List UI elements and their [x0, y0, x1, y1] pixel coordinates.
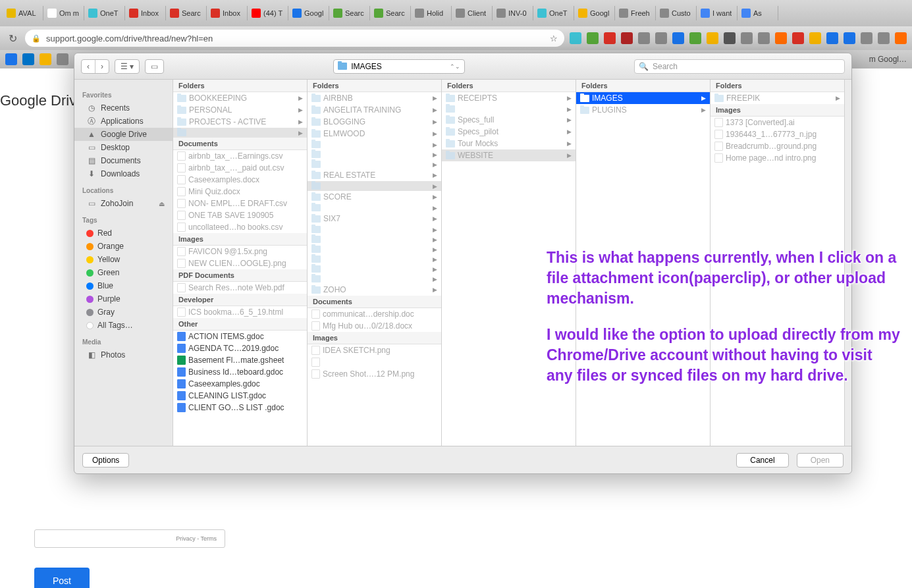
file-item[interactable]: Basement Fl…mate.gsheet — [173, 354, 307, 366]
view-columns-button[interactable]: ☰ ▾ — [115, 60, 139, 73]
sidebar-item[interactable]: Red — [74, 227, 173, 240]
folder-item[interactable]: WEBSITE▶ — [442, 149, 576, 161]
search-input[interactable]: 🔍 Search — [634, 59, 845, 74]
bookmark-icon[interactable] — [40, 53, 51, 65]
sidebar-item[interactable]: ▤Documents — [74, 154, 173, 167]
file-item[interactable]: ONE TAB SAVE 190905 — [173, 209, 307, 221]
folder-item[interactable]: ▶ — [308, 234, 441, 244]
file-item[interactable]: ICS bookma…6_5_19.html — [173, 306, 307, 318]
file-item[interactable]: Business Id…teboard.gdoc — [173, 366, 307, 378]
folder-item[interactable]: ELMWOOD▶ — [308, 128, 441, 140]
browser-tab[interactable]: OneT — [84, 6, 125, 20]
folder-item[interactable]: ▶ — [308, 264, 441, 274]
folder-item[interactable]: ▶ — [308, 159, 441, 169]
folder-item[interactable]: ▶ — [308, 225, 441, 234]
sidebar-item[interactable]: ⒶApplications — [74, 115, 173, 128]
extension-icon[interactable] — [861, 32, 872, 44]
sidebar-item[interactable]: ▭ZohoJoin⏏ — [74, 197, 173, 210]
options-button[interactable]: Options — [82, 453, 129, 468]
file-item[interactable]: Caseexamples.docx — [173, 174, 307, 186]
browser-tab[interactable]: AVAL — [3, 6, 43, 20]
folder-item[interactable]: ▶ — [308, 140, 441, 149]
post-button[interactable]: Post — [34, 568, 90, 588]
sidebar-item[interactable]: Green — [74, 266, 173, 279]
folder-item[interactable]: Specs_full▶ — [442, 114, 576, 126]
browser-tab[interactable]: Client — [452, 6, 493, 20]
sidebar-item[interactable]: Orange — [74, 240, 173, 253]
eject-icon[interactable]: ⏏ — [159, 200, 165, 207]
sidebar-item[interactable]: Gray — [74, 306, 173, 319]
folder-item[interactable]: ▶ — [173, 128, 307, 138]
file-item[interactable]: Mfg Hub ou…0/2/18.docx — [308, 320, 441, 332]
extension-icon[interactable] — [638, 32, 650, 44]
extension-icon[interactable] — [707, 32, 718, 44]
folder-item[interactable]: PROJECTS - ACTIVE▶ — [173, 116, 307, 128]
folder-item[interactable]: ▶ — [308, 244, 441, 254]
browser-tab[interactable]: Googl — [288, 6, 329, 20]
file-item[interactable]: Screen Shot….12 PM.png — [308, 368, 441, 380]
sidebar-item[interactable]: ▲Google Drive — [74, 128, 173, 141]
sidebar-item[interactable]: ⬇Downloads — [74, 167, 173, 180]
extension-icon[interactable] — [741, 32, 753, 44]
sidebar-item[interactable]: Yellow — [74, 253, 173, 266]
extension-icon[interactable] — [570, 32, 581, 44]
file-item[interactable]: Mini Quiz.docx — [173, 186, 307, 198]
folder-item[interactable]: FREEPIK▶ — [711, 92, 844, 104]
file-item[interactable]: CLEANING LIST.gdoc — [173, 390, 307, 402]
url-box[interactable]: 🔒 support.google.com/drive/thread/new?hl… — [25, 30, 564, 47]
sidebar-item[interactable]: Purple — [74, 292, 173, 306]
file-item[interactable]: airbnb_tax_…Earnings.csv — [173, 150, 307, 162]
file-item[interactable]: uncollateed…ho books.csv — [173, 221, 307, 233]
browser-tab[interactable]: Searc — [329, 6, 370, 20]
file-item[interactable]: Caseexamples.gdoc — [173, 378, 307, 390]
file-item[interactable]: NON- EMPL…E DRAFT.csv — [173, 198, 307, 209]
extension-icon[interactable] — [621, 32, 633, 44]
browser-tab[interactable]: Searc — [166, 6, 207, 20]
folder-item[interactable]: BLOGGING▶ — [308, 116, 441, 128]
extension-icon[interactable] — [587, 32, 599, 44]
file-item[interactable]: Home page…nd intro.png — [711, 152, 844, 164]
path-dropdown[interactable]: IMAGES ⌃⌄ — [333, 59, 465, 74]
extension-icon[interactable] — [724, 32, 736, 44]
reload-button[interactable]: ↻ — [5, 31, 20, 45]
sidebar-item[interactable]: Blue — [74, 279, 173, 292]
browser-tab[interactable]: Searc — [370, 6, 411, 20]
bookmark-icon[interactable] — [57, 53, 68, 65]
folder-item[interactable]: SCORE▶ — [308, 191, 441, 203]
folder-item[interactable]: ▶ — [442, 104, 576, 114]
folder-item[interactable]: ▶ — [308, 149, 441, 159]
extension-icon[interactable] — [604, 32, 616, 44]
browser-tab[interactable]: Inbox — [207, 6, 248, 20]
bookmark-icon[interactable] — [5, 53, 17, 65]
folder-item[interactable]: PERSONAL▶ — [173, 104, 307, 116]
folder-item[interactable]: ▶ — [308, 274, 441, 284]
file-item[interactable]: CLIENT GO…S LIST .gdoc — [173, 402, 307, 414]
folder-item[interactable]: ANGELITA TRAINING▶ — [308, 104, 441, 116]
forward-button[interactable]: › — [95, 60, 109, 73]
browser-tab[interactable]: Custo — [656, 6, 697, 20]
extension-icon[interactable] — [672, 32, 684, 44]
extension-icon[interactable] — [758, 32, 770, 44]
sidebar-item[interactable]: ▭Desktop — [74, 141, 173, 154]
folder-item[interactable]: Specs_pilot▶ — [442, 126, 576, 138]
folder-item[interactable]: RECEIPTS▶ — [442, 92, 576, 104]
extension-icon[interactable] — [809, 32, 821, 44]
file-item[interactable]: Breadcrumb…ground.png — [711, 140, 844, 152]
bookmark-icon[interactable] — [22, 53, 34, 65]
folder-item[interactable]: ▶ — [308, 203, 441, 213]
file-item[interactable]: ACTION ITEMS.gdoc — [173, 331, 307, 342]
file-item[interactable]: airbnb_tax_…_paid out.csv — [173, 162, 307, 174]
bookmark-star-icon[interactable]: ☆ — [550, 34, 558, 43]
extension-icon[interactable] — [895, 32, 907, 44]
browser-tab[interactable]: Holid — [411, 6, 452, 20]
folder-item[interactable]: AIRBNB▶ — [308, 92, 441, 104]
browser-tab[interactable]: Googl — [574, 6, 615, 20]
folder-item[interactable]: ▶ — [308, 181, 441, 191]
extension-icon[interactable] — [775, 32, 787, 44]
extension-icon[interactable] — [844, 32, 855, 44]
browser-tab[interactable]: Om m — [43, 6, 84, 20]
file-item[interactable] — [308, 356, 441, 368]
file-item[interactable]: communicat…dership.doc — [308, 308, 441, 320]
folder-item[interactable]: ZOHO▶ — [308, 284, 441, 296]
file-item[interactable]: IDEA SKETCH.png — [308, 344, 441, 356]
